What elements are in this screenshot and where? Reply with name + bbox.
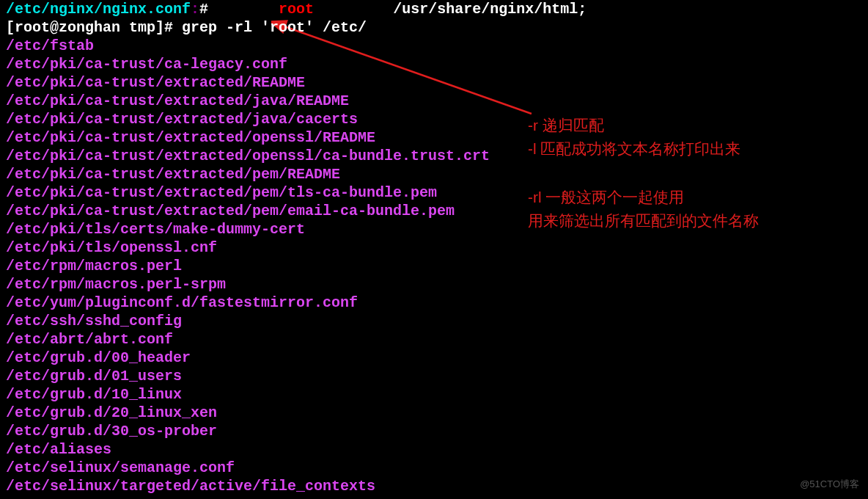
file-result: /etc/pki/ca-trust/extracted/java/README bbox=[6, 92, 862, 110]
file-result: /etc/grub.d/30_os-prober bbox=[6, 422, 862, 440]
command-prompt-line[interactable]: [root@zonghan tmp]# grep -rl 'root' /etc… bbox=[6, 18, 862, 37]
watermark-text: @51CTO博客 bbox=[800, 475, 859, 493]
annotation-rl-combo: -rl 一般这两个一起使用 bbox=[528, 186, 759, 209]
file-path: /etc/nginx/nginx.conf bbox=[6, 1, 191, 18]
file-result: /etc/selinux/targeted/active/file_contex… bbox=[6, 477, 862, 495]
annotation-l-flag: -l 匹配成功将文本名称打印出来 bbox=[528, 137, 759, 161]
rest-of-line: /usr/share/nginx/html; bbox=[314, 1, 586, 18]
annotation-panel: -r 递归匹配 -l 匹配成功将文本名称打印出来 -rl 一般这两个一起使用 用… bbox=[528, 114, 759, 258]
file-result: /etc/yum/pluginconf.d/fastestmirror.conf bbox=[6, 294, 862, 312]
file-result: /etc/rpm/macros.perl bbox=[6, 257, 862, 275]
annotation-group-flags: -r 递归匹配 -l 匹配成功将文本名称打印出来 bbox=[528, 114, 759, 160]
file-result: /etc/selinux/semanage.conf bbox=[6, 459, 862, 477]
file-result: /etc/grub.d/01_users bbox=[6, 367, 862, 385]
hash-spaces: # bbox=[199, 1, 279, 18]
file-result: /etc/grub.d/20_linux_xen bbox=[6, 404, 862, 422]
file-result: /etc/pki/ca-trust/ca-legacy.conf bbox=[6, 55, 862, 73]
file-result: /etc/fstab bbox=[6, 37, 862, 55]
matched-keyword: root bbox=[279, 1, 314, 18]
file-result: /etc/ssh/sshd_config bbox=[6, 312, 862, 330]
annotation-rl-usage: 用来筛选出所有匹配到的文件名称 bbox=[528, 209, 759, 233]
annotation-group-combined: -rl 一般这两个一起使用 用来筛选出所有匹配到的文件名称 bbox=[528, 186, 759, 232]
file-result: /etc/rpm/macros.perl-srpm bbox=[6, 275, 862, 294]
file-result: /etc/abrt/abrt.conf bbox=[6, 330, 862, 349]
annotation-r-flag: -r 递归匹配 bbox=[528, 114, 759, 137]
colon-sep: : bbox=[191, 1, 199, 18]
file-result: /etc/pki/ca-trust/extracted/README bbox=[6, 73, 862, 92]
file-result: /etc/grub.d/00_header bbox=[6, 349, 862, 367]
grep-match-line: /etc/nginx/nginx.conf:# root /usr/share/… bbox=[6, 0, 862, 18]
file-result: /etc/grub.d/10_linux bbox=[6, 385, 862, 404]
file-result: /etc/aliases bbox=[6, 440, 862, 459]
